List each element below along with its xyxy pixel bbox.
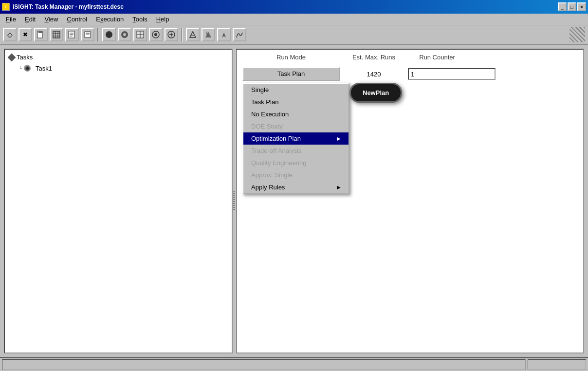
tree-child-task1[interactable]: └ Task1	[18, 64, 228, 73]
dropdown-item-optimization-plan[interactable]: Optimization Plan ▶	[243, 132, 349, 145]
status-segment-2	[528, 359, 586, 370]
submenu-popup: NewPlan	[349, 83, 402, 103]
toolbar-separator-1	[97, 28, 99, 41]
header-run-mode: Run Mode	[242, 54, 340, 61]
dropdown-item-no-execution[interactable]: No Execution	[243, 108, 349, 120]
svg-marker-24	[190, 32, 196, 37]
dropdown-item-single[interactable]: Single	[243, 84, 349, 96]
main-content: Tasks └ Task1 Run Mode Est. Max. Runs Ru…	[0, 45, 588, 357]
svg-point-13	[106, 31, 112, 38]
minimize-button[interactable]: _	[558, 2, 567, 11]
svg-rect-12	[86, 33, 90, 35]
menu-help[interactable]: Help	[152, 15, 173, 24]
window-title: iSIGHT: Task Manager - myfirsttest.desc	[13, 3, 124, 10]
toolbar-separator-2	[181, 28, 183, 41]
toolbar-btn-1[interactable]: ◇	[3, 28, 17, 41]
svg-marker-28	[222, 33, 226, 37]
dropdown-item-approx-single: Approx. Single	[243, 169, 349, 181]
submenu-arrow-optimization: ▶	[337, 136, 341, 141]
splitter-handle	[233, 191, 235, 211]
est-max-value: 1420	[340, 71, 408, 78]
tree-root-label: Tasks	[17, 54, 33, 61]
svg-marker-26	[205, 32, 211, 37]
toolbar-btn-9[interactable]	[133, 28, 147, 41]
dropdown-item-trade-off: Trade-off Analysis	[243, 145, 349, 157]
tree-connector: └	[18, 66, 22, 71]
toolbar-btn-2[interactable]: ✖	[18, 28, 32, 41]
dropdown-item-apply-rules[interactable]: Apply Rules ▶	[243, 181, 349, 193]
header-est-max-runs: Est. Max. Runs	[340, 54, 408, 61]
toolbar-btn-15[interactable]	[233, 28, 246, 41]
svg-rect-1	[38, 31, 42, 33]
menu-view[interactable]: View	[40, 15, 62, 24]
toolbar-btn-3[interactable]	[34, 28, 48, 41]
toolbar-btn-13[interactable]	[202, 28, 215, 41]
submenu-newplan[interactable]: NewPlan	[359, 87, 393, 98]
task1-icon	[24, 64, 34, 73]
app-icon: i	[2, 3, 10, 11]
dropdown-item-quality-engineering: Quality Engineering	[243, 157, 349, 169]
column-headers: Run Mode Est. Max. Runs Run Counter	[237, 50, 583, 65]
task1-label: Task1	[36, 65, 52, 72]
header-run-counter: Run Counter	[408, 54, 466, 61]
svg-point-20	[154, 33, 157, 36]
svg-point-15	[123, 33, 126, 36]
status-bar	[0, 357, 588, 371]
maximize-button[interactable]: □	[568, 2, 576, 11]
dropdown-item-task-plan[interactable]: Task Plan	[243, 96, 349, 108]
left-panel: Tasks └ Task1	[4, 49, 233, 353]
menu-edit[interactable]: Edit	[21, 15, 39, 24]
submenu-arrow-apply-rules: ▶	[337, 185, 341, 190]
close-button[interactable]: ×	[577, 2, 586, 11]
tree-root: Tasks	[9, 54, 228, 61]
svg-rect-2	[53, 31, 60, 38]
toolbar-btn-7[interactable]	[102, 28, 116, 41]
toolbar: ◇ ✖	[0, 25, 588, 45]
toolbar-btn-11[interactable]	[165, 28, 178, 41]
dropdown-menu: Single Task Plan No Execution DOE Study …	[242, 83, 349, 194]
toolbar-btn-14[interactable]	[217, 28, 231, 41]
menu-bar: File Edit View Control Execution Tools H…	[0, 14, 588, 25]
status-segment-1	[2, 359, 526, 370]
toolbar-btn-4[interactable]	[50, 28, 63, 41]
toolbar-btn-6[interactable]	[81, 28, 94, 41]
task-plan-button[interactable]: Task Plan	[242, 67, 340, 81]
window-controls: _ □ ×	[558, 2, 586, 11]
toolbar-btn-8[interactable]	[118, 28, 131, 41]
toolbar-brand-icon	[570, 27, 585, 42]
task-plan-row: Task Plan 1420	[237, 65, 583, 83]
toolbar-btn-10[interactable]	[149, 28, 163, 41]
toolbar-btn-5[interactable]	[65, 28, 79, 41]
tree-root-diamond	[8, 53, 16, 61]
title-bar: i iSIGHT: Task Manager - myfirsttest.des…	[0, 0, 588, 14]
right-panel: Run Mode Est. Max. Runs Run Counter Task…	[236, 49, 584, 353]
menu-file[interactable]: File	[2, 15, 20, 24]
menu-control[interactable]: Control	[63, 15, 91, 24]
toolbar-btn-12[interactable]	[186, 28, 200, 41]
run-counter-input[interactable]	[408, 68, 496, 80]
dropdown-item-doe-study: DOE Study	[243, 120, 349, 132]
menu-tools[interactable]: Tools	[129, 15, 151, 24]
menu-execution[interactable]: Execution	[92, 15, 128, 24]
